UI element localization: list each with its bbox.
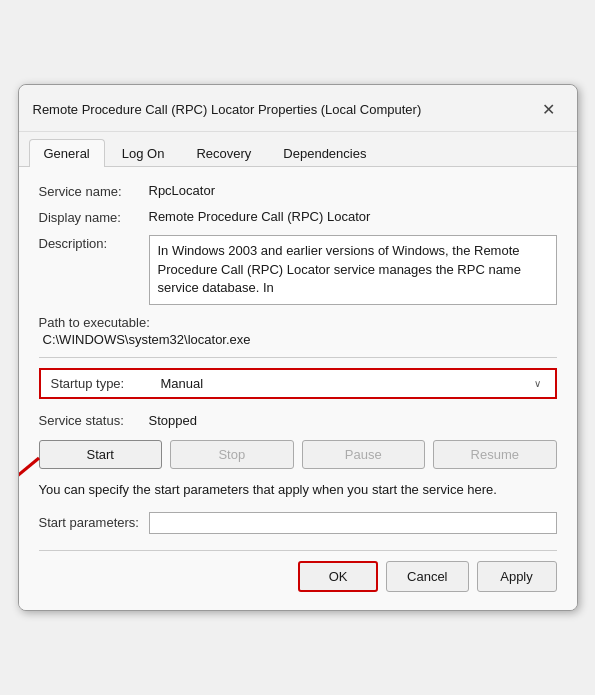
startup-dropdown-arrow[interactable]: ∨ [534,378,541,389]
startup-type-value: Manual [161,376,204,391]
divider-1 [39,357,557,358]
tab-dependencies[interactable]: Dependencies [268,139,381,167]
start-params-label: Start parameters: [39,515,149,530]
service-status-value: Stopped [149,413,197,428]
resume-button[interactable]: Resume [433,440,557,469]
stop-button[interactable]: Stop [170,440,294,469]
description-value: In Windows 2003 and earlier versions of … [149,235,557,305]
display-name-value: Remote Procedure Call (RPC) Locator [149,209,557,224]
start-params-input[interactable] [149,512,557,534]
service-buttons-row: Start Stop Pause Resume [39,440,557,469]
startup-type-label: Startup type: [51,376,161,391]
startup-select-container[interactable]: Manual ∨ [161,376,545,391]
tab-content: Service name: RpcLocator Display name: R… [19,167,577,609]
tab-bar: General Log On Recovery Dependencies [19,132,577,167]
window-title: Remote Procedure Call (RPC) Locator Prop… [33,102,422,117]
title-bar: Remote Procedure Call (RPC) Locator Prop… [19,85,577,132]
service-name-value: RpcLocator [149,183,557,198]
start-button[interactable]: Start [39,440,163,469]
close-button[interactable]: ✕ [535,95,563,123]
pause-button[interactable]: Pause [302,440,426,469]
path-label: Path to executable: [39,315,557,330]
divider-2 [39,550,557,551]
bottom-buttons: OK Cancel Apply [39,561,557,596]
description-label: Description: [39,235,149,251]
cancel-button[interactable]: Cancel [386,561,468,592]
tab-recovery[interactable]: Recovery [181,139,266,167]
tab-logon[interactable]: Log On [107,139,180,167]
startup-type-row[interactable]: Startup type: Manual ∨ [39,368,557,399]
ok-button[interactable]: OK [298,561,378,592]
display-name-row: Display name: Remote Procedure Call (RPC… [39,209,557,225]
service-status-row: Service status: Stopped [39,413,557,428]
display-name-label: Display name: [39,209,149,225]
service-name-label: Service name: [39,183,149,199]
tab-general[interactable]: General [29,139,105,167]
path-value: C:\WINDOWS\system32\locator.exe [39,332,557,347]
service-status-label: Service status: [39,413,149,428]
service-name-row: Service name: RpcLocator [39,183,557,199]
path-section: Path to executable: C:\WINDOWS\system32\… [39,315,557,347]
dialog-window: Remote Procedure Call (RPC) Locator Prop… [18,84,578,610]
apply-button[interactable]: Apply [477,561,557,592]
info-text: You can specify the start parameters tha… [39,481,557,499]
svg-line-1 [18,458,39,484]
start-params-row: Start parameters: [39,512,557,534]
description-row: Description: In Windows 2003 and earlier… [39,235,557,305]
